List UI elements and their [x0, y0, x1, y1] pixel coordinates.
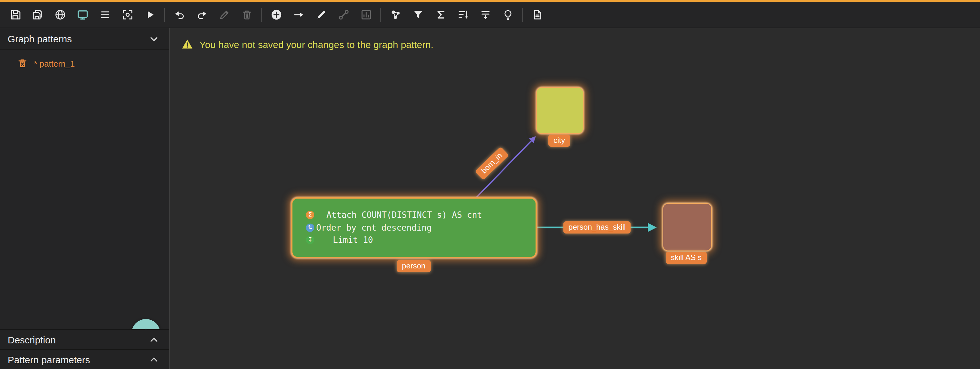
chart-button[interactable]	[355, 2, 377, 27]
delete-pattern-icon[interactable]	[18, 58, 27, 68]
edit-button[interactable]	[213, 2, 235, 27]
report-button[interactable]	[526, 2, 548, 27]
rule-text: Order by cnt descending	[316, 223, 432, 233]
limit-icon	[306, 236, 314, 244]
graph-patterns-title: Graph patterns	[8, 33, 72, 44]
undo-button[interactable]	[168, 2, 191, 27]
toolbar	[0, 2, 980, 28]
rule-text: Attach COUNT(DISTINCT s) AS cnt	[326, 211, 482, 220]
toolbar-divider	[261, 8, 262, 22]
pattern-parameters-title: Pattern parameters	[8, 354, 90, 365]
pen-icon	[315, 8, 328, 21]
match-icon	[389, 8, 402, 21]
hint-button[interactable]	[496, 2, 519, 27]
chart-icon	[360, 8, 372, 21]
publish-button[interactable]	[49, 2, 71, 27]
graph-pattern-editor: Graph patterns * pattern_1 + Description	[0, 0, 980, 369]
save-button[interactable]	[4, 2, 26, 27]
list-icon	[99, 8, 111, 21]
add-edge-button[interactable]	[287, 2, 310, 27]
sidebar-footer: Description Pattern parameters	[0, 329, 169, 369]
pen-button[interactable]	[310, 2, 332, 27]
edge-label-person-has-skill[interactable]: person_has_skill	[563, 221, 631, 233]
toolbar-divider	[380, 8, 381, 22]
node-label-skill[interactable]: skill AS s	[666, 252, 707, 264]
aggregate-icon	[306, 211, 314, 219]
node-label-city[interactable]: city	[548, 135, 570, 147]
report-icon	[531, 8, 544, 21]
visual-mode-button[interactable]	[71, 2, 94, 27]
aggregate-icon	[434, 8, 447, 21]
match-button[interactable]	[384, 2, 407, 27]
link-icon	[337, 8, 350, 21]
chevron-up-icon	[148, 333, 160, 346]
save-all-button[interactable]	[26, 2, 49, 27]
node-label-person[interactable]: person	[397, 260, 430, 272]
run-icon	[143, 8, 156, 21]
redo-button[interactable]	[191, 2, 213, 27]
person-rules: Attach COUNT(DISTINCT s) AS cnt Order by…	[293, 199, 536, 246]
graph-patterns-header[interactable]: Graph patterns	[0, 28, 169, 50]
save-all-icon	[31, 8, 44, 21]
monitor-icon	[76, 8, 89, 21]
limit-icon	[479, 8, 492, 21]
redo-icon	[195, 8, 208, 21]
list-view-button[interactable]	[94, 2, 116, 27]
rule-order-by: Order by cnt descending	[293, 221, 536, 234]
pattern-parameters-section-header[interactable]: Pattern parameters	[0, 349, 169, 369]
filter-button[interactable]	[407, 2, 429, 27]
node-person[interactable]: Attach COUNT(DISTINCT s) AS cnt Order by…	[291, 197, 537, 258]
add-node-button[interactable]	[265, 2, 287, 27]
graph-canvas[interactable]: You have not saved your changes to the g…	[170, 28, 980, 369]
fit-view-button[interactable]	[116, 2, 138, 27]
delete-icon	[240, 8, 253, 21]
rule-aggregate: Attach COUNT(DISTINCT s) AS cnt	[293, 209, 536, 221]
hint-icon	[501, 8, 514, 21]
node-city[interactable]	[536, 87, 584, 134]
limit-button[interactable]	[474, 2, 496, 27]
order-icon	[306, 223, 314, 232]
save-icon	[9, 8, 21, 21]
toolbar-divider	[164, 8, 165, 22]
globe-icon	[54, 8, 66, 21]
filter-icon	[411, 8, 424, 21]
chevron-up-icon	[148, 353, 160, 366]
edge-layer	[170, 28, 980, 369]
chevron-down-icon	[148, 32, 160, 45]
aggregate-button[interactable]	[429, 2, 452, 27]
description-title: Description	[8, 334, 56, 345]
add-node-icon	[270, 8, 283, 21]
sort-icon	[456, 8, 469, 21]
pattern-label: * pattern_1	[34, 59, 75, 68]
rule-text: Limit 10	[333, 236, 373, 245]
edit-icon	[218, 8, 231, 21]
sort-button[interactable]	[452, 2, 474, 27]
link-button[interactable]	[332, 2, 355, 27]
rule-limit: Limit 10	[293, 234, 536, 246]
pattern-list-item[interactable]: * pattern_1	[0, 58, 169, 68]
node-skill[interactable]	[662, 203, 712, 251]
sidebar: Graph patterns * pattern_1 + Description	[0, 28, 170, 369]
fit-view-icon	[121, 8, 134, 21]
add-edge-icon	[292, 8, 305, 21]
run-button[interactable]	[138, 2, 161, 27]
undo-icon	[173, 8, 186, 21]
delete-button[interactable]	[235, 2, 258, 27]
description-section-header[interactable]: Description	[0, 329, 169, 349]
toolbar-divider	[522, 8, 523, 22]
